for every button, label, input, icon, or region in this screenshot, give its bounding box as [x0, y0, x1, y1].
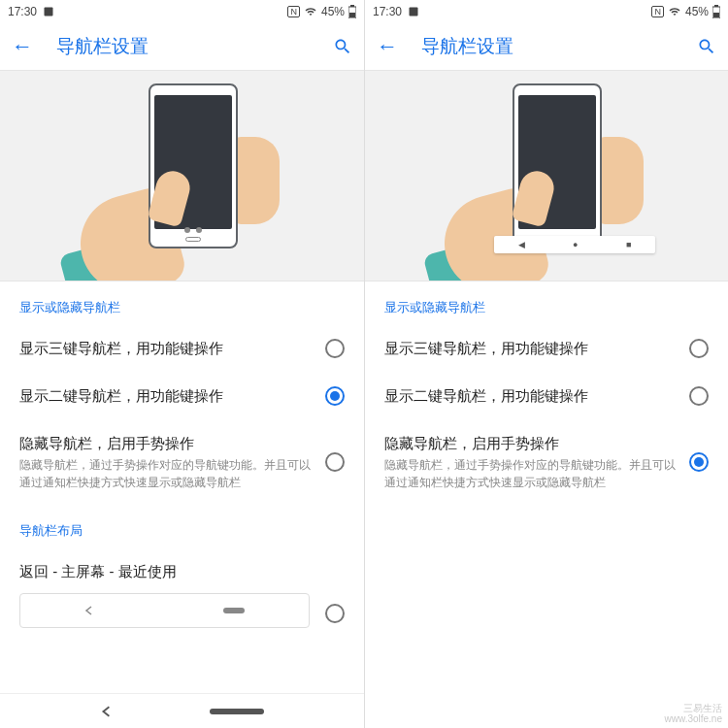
radio-layout[interactable]	[325, 604, 345, 623]
section-layout: 导航栏布局	[0, 505, 364, 547]
layout-option-row[interactable]	[0, 585, 364, 642]
watermark: 三易生活 www.3olfe.ne	[665, 703, 722, 724]
page-title: 导航栏设置	[421, 34, 697, 59]
option-label: 显示三键导航栏，用功能键操作	[19, 338, 314, 358]
option-label: 显示二键导航栏，用功能键操作	[19, 385, 314, 406]
nfc-icon: N	[651, 6, 664, 17]
option-two-key[interactable]: 显示二键导航栏，用功能键操作	[365, 372, 728, 419]
option-label: 返回 - 主屏幕 - 最近使用	[19, 561, 333, 581]
system-nav-bar	[0, 693, 364, 728]
notification-icon	[43, 6, 54, 17]
option-gesture[interactable]: 隐藏导航栏，启用手势操作 隐藏导航栏，通过手势操作对应的导航键功能。并且可以通过…	[365, 419, 728, 505]
section-show-hide: 显示或隐藏导航栏	[365, 281, 728, 324]
svg-rect-7	[713, 13, 719, 17]
back-button[interactable]: ←	[12, 34, 33, 59]
battery-icon	[348, 5, 356, 18]
nav-back-icon: ◀	[518, 240, 525, 249]
nav-back-icon[interactable]	[101, 706, 113, 717]
option-label: 隐藏导航栏，启用手势操作	[384, 433, 678, 453]
option-label: 显示二键导航栏，用功能键操作	[384, 385, 678, 406]
radio-three-key[interactable]	[689, 339, 709, 358]
app-bar: ← 导航栏设置	[0, 23, 364, 70]
status-time: 17:30	[8, 5, 37, 18]
home-pill-icon	[223, 608, 245, 613]
preview-area: ◀ ● ■	[365, 70, 728, 281]
option-label: 显示三键导航栏，用功能键操作	[384, 338, 678, 358]
status-time: 17:30	[373, 5, 402, 18]
search-button[interactable]	[697, 37, 716, 56]
radio-gesture[interactable]	[689, 452, 709, 472]
search-button[interactable]	[333, 37, 352, 56]
nav-recent-icon: ■	[626, 240, 631, 249]
nav-home-icon: ●	[573, 240, 578, 249]
status-bar: 17:30 N 45%	[365, 0, 728, 23]
option-two-key[interactable]: 显示二键导航栏，用功能键操作	[0, 372, 364, 419]
option-three-key[interactable]: 显示三键导航栏，用功能键操作	[365, 324, 728, 372]
option-three-key[interactable]: 显示三键导航栏，用功能键操作	[0, 324, 364, 372]
status-bar: 17:30 N 45%	[0, 0, 364, 23]
radio-three-key[interactable]	[325, 339, 345, 358]
left-pane: 17:30 N 45% ← 导航栏设置	[0, 0, 364, 728]
radio-two-key[interactable]	[325, 386, 345, 406]
wifi-icon	[668, 6, 681, 17]
option-label: 隐藏导航栏，启用手势操作	[19, 433, 314, 453]
back-button[interactable]: ←	[377, 34, 398, 59]
svg-rect-3	[349, 13, 355, 17]
wifi-icon	[304, 6, 317, 17]
svg-rect-0	[45, 8, 53, 17]
right-pane: 17:30 N 45% ← 导航栏设置	[364, 0, 728, 728]
battery-pct: 45%	[685, 5, 709, 18]
nfc-icon: N	[287, 6, 300, 17]
option-desc: 隐藏导航栏，通过手势操作对应的导航键功能。并且可以通过通知栏快捷方式快速显示或隐…	[384, 456, 678, 491]
layout-preview	[19, 593, 310, 628]
layout-option-label: 返回 - 主屏幕 - 最近使用	[0, 547, 364, 585]
radio-gesture[interactable]	[325, 452, 345, 472]
option-gesture[interactable]: 隐藏导航栏，启用手势操作 隐藏导航栏，通过手势操作对应的导航键功能。并且可以通过…	[0, 419, 364, 505]
svg-rect-4	[410, 8, 418, 17]
nav-home-pill[interactable]	[210, 709, 264, 714]
section-show-hide: 显示或隐藏导航栏	[0, 281, 364, 324]
notification-icon	[408, 6, 419, 17]
battery-icon	[712, 5, 720, 18]
radio-two-key[interactable]	[689, 386, 709, 406]
option-desc: 隐藏导航栏，通过手势操作对应的导航键功能。并且可以通过通知栏快捷方式快速显示或隐…	[19, 456, 314, 491]
app-bar: ← 导航栏设置	[365, 23, 728, 70]
battery-pct: 45%	[321, 5, 345, 18]
back-nav-icon	[84, 606, 94, 615]
page-title: 导航栏设置	[56, 34, 333, 59]
preview-area	[0, 70, 364, 281]
